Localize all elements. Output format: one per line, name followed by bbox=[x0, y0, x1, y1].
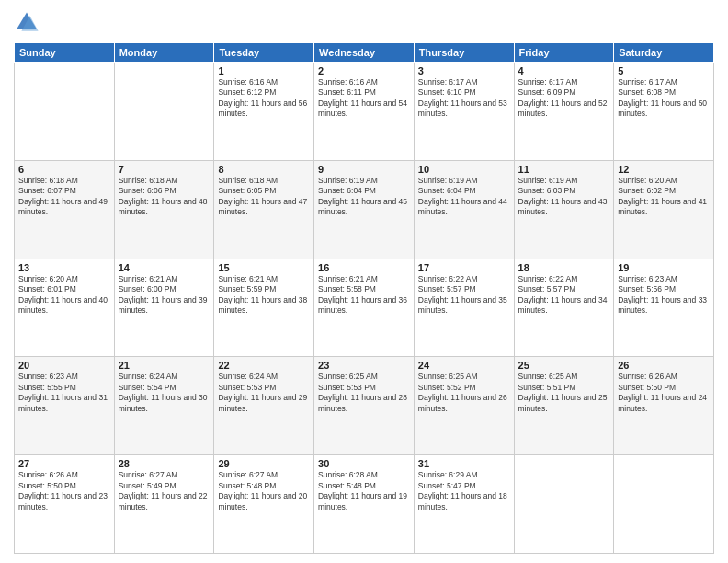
day-number: 6 bbox=[18, 164, 110, 175]
col-header-sunday: Sunday bbox=[15, 43, 115, 63]
day-info: Sunrise: 6:28 AMSunset: 5:48 PMDaylight:… bbox=[318, 470, 410, 512]
day-info: Sunrise: 6:19 AMSunset: 6:04 PMDaylight:… bbox=[318, 176, 410, 218]
day-info: Sunrise: 6:20 AMSunset: 6:02 PMDaylight:… bbox=[618, 176, 710, 218]
calendar-row: 27Sunrise: 6:26 AMSunset: 5:50 PMDayligh… bbox=[15, 455, 714, 554]
calendar-row: 13Sunrise: 6:20 AMSunset: 6:01 PMDayligh… bbox=[15, 259, 714, 357]
calendar-cell: 12Sunrise: 6:20 AMSunset: 6:02 PMDayligh… bbox=[614, 160, 714, 259]
day-info: Sunrise: 6:25 AMSunset: 5:53 PMDaylight:… bbox=[318, 372, 410, 414]
day-number: 24 bbox=[418, 360, 510, 371]
day-info: Sunrise: 6:19 AMSunset: 6:03 PMDaylight:… bbox=[518, 176, 610, 218]
day-number: 2 bbox=[318, 65, 410, 76]
col-header-thursday: Thursday bbox=[414, 43, 514, 63]
calendar-cell: 22Sunrise: 6:24 AMSunset: 5:53 PMDayligh… bbox=[214, 357, 314, 455]
day-number: 15 bbox=[218, 262, 310, 273]
day-number: 10 bbox=[418, 164, 510, 175]
calendar-cell: 28Sunrise: 6:27 AMSunset: 5:49 PMDayligh… bbox=[114, 455, 214, 554]
day-info: Sunrise: 6:23 AMSunset: 5:56 PMDaylight:… bbox=[618, 274, 710, 316]
calendar-cell bbox=[514, 455, 614, 554]
day-number: 19 bbox=[618, 262, 710, 273]
day-number: 26 bbox=[618, 360, 710, 371]
day-info: Sunrise: 6:20 AMSunset: 6:01 PMDaylight:… bbox=[18, 274, 110, 316]
calendar-row: 6Sunrise: 6:18 AMSunset: 6:07 PMDaylight… bbox=[15, 160, 714, 259]
day-number: 21 bbox=[119, 360, 210, 371]
calendar-cell: 30Sunrise: 6:28 AMSunset: 5:48 PMDayligh… bbox=[314, 455, 415, 554]
day-info: Sunrise: 6:19 AMSunset: 6:04 PMDaylight:… bbox=[418, 176, 510, 218]
day-info: Sunrise: 6:18 AMSunset: 6:06 PMDaylight:… bbox=[119, 176, 210, 218]
day-info: Sunrise: 6:18 AMSunset: 6:07 PMDaylight:… bbox=[18, 176, 110, 218]
day-number: 9 bbox=[318, 164, 410, 175]
day-number: 5 bbox=[618, 65, 710, 76]
day-number: 28 bbox=[119, 458, 210, 469]
col-header-monday: Monday bbox=[114, 43, 214, 63]
day-number: 13 bbox=[18, 262, 110, 273]
day-number: 1 bbox=[218, 65, 310, 76]
day-info: Sunrise: 6:22 AMSunset: 5:57 PMDaylight:… bbox=[518, 274, 610, 316]
calendar-row: 20Sunrise: 6:23 AMSunset: 5:55 PMDayligh… bbox=[15, 357, 714, 455]
day-info: Sunrise: 6:21 AMSunset: 5:59 PMDaylight:… bbox=[218, 274, 310, 316]
calendar-cell bbox=[114, 63, 214, 161]
calendar-cell: 20Sunrise: 6:23 AMSunset: 5:55 PMDayligh… bbox=[15, 357, 115, 455]
day-info: Sunrise: 6:23 AMSunset: 5:55 PMDaylight:… bbox=[18, 372, 110, 414]
calendar-cell: 11Sunrise: 6:19 AMSunset: 6:03 PMDayligh… bbox=[514, 160, 614, 259]
day-info: Sunrise: 6:29 AMSunset: 5:47 PMDaylight:… bbox=[418, 470, 510, 512]
day-info: Sunrise: 6:26 AMSunset: 5:50 PMDaylight:… bbox=[618, 372, 710, 414]
day-info: Sunrise: 6:16 AMSunset: 6:12 PMDaylight:… bbox=[218, 77, 310, 120]
calendar-cell: 14Sunrise: 6:21 AMSunset: 6:00 PMDayligh… bbox=[114, 259, 214, 357]
day-info: Sunrise: 6:24 AMSunset: 5:53 PMDaylight:… bbox=[218, 372, 310, 414]
calendar-cell: 10Sunrise: 6:19 AMSunset: 6:04 PMDayligh… bbox=[414, 160, 514, 259]
day-info: Sunrise: 6:25 AMSunset: 5:52 PMDaylight:… bbox=[418, 372, 510, 414]
day-info: Sunrise: 6:17 AMSunset: 6:09 PMDaylight:… bbox=[518, 77, 610, 120]
day-number: 8 bbox=[218, 164, 310, 175]
day-info: Sunrise: 6:27 AMSunset: 5:49 PMDaylight:… bbox=[119, 470, 210, 512]
calendar-cell: 7Sunrise: 6:18 AMSunset: 6:06 PMDaylight… bbox=[114, 160, 214, 259]
logo bbox=[14, 9, 43, 35]
calendar-cell bbox=[15, 63, 115, 161]
calendar-cell: 29Sunrise: 6:27 AMSunset: 5:48 PMDayligh… bbox=[214, 455, 314, 554]
day-number: 20 bbox=[18, 360, 110, 371]
calendar-row: 1Sunrise: 6:16 AMSunset: 6:12 PMDaylight… bbox=[15, 63, 714, 161]
calendar-cell bbox=[614, 455, 714, 554]
day-number: 11 bbox=[518, 164, 610, 175]
day-number: 18 bbox=[518, 262, 610, 273]
day-number: 12 bbox=[618, 164, 710, 175]
day-number: 16 bbox=[318, 262, 410, 273]
day-number: 30 bbox=[318, 458, 410, 469]
calendar-cell: 13Sunrise: 6:20 AMSunset: 6:01 PMDayligh… bbox=[15, 259, 115, 357]
calendar-cell: 18Sunrise: 6:22 AMSunset: 5:57 PMDayligh… bbox=[514, 259, 614, 357]
day-number: 25 bbox=[518, 360, 610, 371]
calendar-cell: 4Sunrise: 6:17 AMSunset: 6:09 PMDaylight… bbox=[514, 63, 614, 161]
calendar-cell: 19Sunrise: 6:23 AMSunset: 5:56 PMDayligh… bbox=[614, 259, 714, 357]
calendar-cell: 16Sunrise: 6:21 AMSunset: 5:58 PMDayligh… bbox=[314, 259, 415, 357]
day-number: 31 bbox=[418, 458, 510, 469]
day-number: 23 bbox=[318, 360, 410, 371]
day-info: Sunrise: 6:18 AMSunset: 6:05 PMDaylight:… bbox=[218, 176, 310, 218]
calendar-header-row: SundayMondayTuesdayWednesdayThursdayFrid… bbox=[15, 43, 714, 63]
day-number: 17 bbox=[418, 262, 510, 273]
day-info: Sunrise: 6:21 AMSunset: 6:00 PMDaylight:… bbox=[119, 274, 210, 316]
day-info: Sunrise: 6:17 AMSunset: 6:08 PMDaylight:… bbox=[618, 77, 710, 120]
day-info: Sunrise: 6:17 AMSunset: 6:10 PMDaylight:… bbox=[418, 77, 510, 120]
col-header-friday: Friday bbox=[514, 43, 614, 63]
day-number: 29 bbox=[218, 458, 310, 469]
calendar-cell: 31Sunrise: 6:29 AMSunset: 5:47 PMDayligh… bbox=[414, 455, 514, 554]
calendar-cell: 1Sunrise: 6:16 AMSunset: 6:12 PMDaylight… bbox=[214, 63, 314, 161]
day-info: Sunrise: 6:16 AMSunset: 6:11 PMDaylight:… bbox=[318, 77, 410, 120]
day-number: 22 bbox=[218, 360, 310, 371]
calendar-cell: 15Sunrise: 6:21 AMSunset: 5:59 PMDayligh… bbox=[214, 259, 314, 357]
generalblue-logo-icon bbox=[14, 9, 40, 35]
day-info: Sunrise: 6:21 AMSunset: 5:58 PMDaylight:… bbox=[318, 274, 410, 316]
calendar-cell: 27Sunrise: 6:26 AMSunset: 5:50 PMDayligh… bbox=[15, 455, 115, 554]
calendar-cell: 17Sunrise: 6:22 AMSunset: 5:57 PMDayligh… bbox=[414, 259, 514, 357]
day-number: 3 bbox=[418, 65, 510, 76]
col-header-tuesday: Tuesday bbox=[214, 43, 314, 63]
day-number: 14 bbox=[119, 262, 210, 273]
day-number: 7 bbox=[119, 164, 210, 175]
calendar-cell: 24Sunrise: 6:25 AMSunset: 5:52 PMDayligh… bbox=[414, 357, 514, 455]
col-header-saturday: Saturday bbox=[614, 43, 714, 63]
col-header-wednesday: Wednesday bbox=[314, 43, 415, 63]
day-number: 4 bbox=[518, 65, 610, 76]
day-info: Sunrise: 6:25 AMSunset: 5:51 PMDaylight:… bbox=[518, 372, 610, 414]
calendar-cell: 2Sunrise: 6:16 AMSunset: 6:11 PMDaylight… bbox=[314, 63, 415, 161]
calendar-cell: 5Sunrise: 6:17 AMSunset: 6:08 PMDaylight… bbox=[614, 63, 714, 161]
day-info: Sunrise: 6:22 AMSunset: 5:57 PMDaylight:… bbox=[418, 274, 510, 316]
